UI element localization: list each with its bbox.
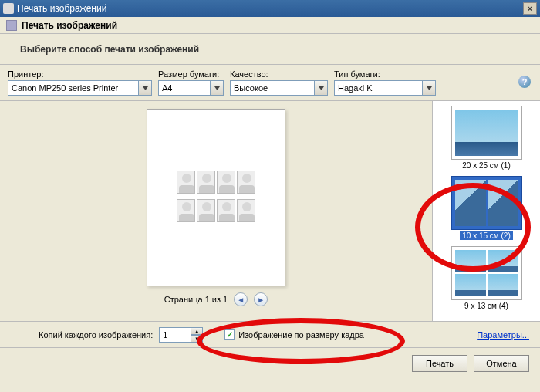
photo-thumb xyxy=(197,171,215,194)
layout-thumb xyxy=(455,110,518,156)
printer-label: Принтер: xyxy=(8,69,152,79)
dropdown-icon[interactable] xyxy=(211,80,224,96)
paper-type-label: Тип бумаги: xyxy=(334,69,436,79)
cancel-button[interactable]: Отмена xyxy=(474,355,529,372)
checkbox-label: Изображение по размеру кадра xyxy=(238,330,364,340)
bottom-row: Копий каждого изображения: ▲ ▼ ✓ Изображ… xyxy=(0,322,540,348)
print-button[interactable]: Печать xyxy=(412,355,467,372)
quality-value[interactable] xyxy=(230,80,315,96)
app-icon xyxy=(3,3,14,14)
layout-item-9x13[interactable]: 9 x 13 см (4) xyxy=(434,245,538,315)
dropdown-icon[interactable] xyxy=(423,80,436,96)
quality-select[interactable] xyxy=(230,80,328,96)
close-button[interactable]: × xyxy=(523,2,537,15)
title-text: Печать изображений xyxy=(17,3,106,14)
help-icon[interactable]: ? xyxy=(518,76,531,88)
layout-thumb xyxy=(455,250,518,296)
paper-type-select[interactable] xyxy=(334,80,436,96)
main-area: Страница 1 из 1 ◄ ► 20 x 25 см (1) 10 x … xyxy=(0,101,540,322)
paper-size-value[interactable] xyxy=(158,80,211,96)
preview-area: Страница 1 из 1 ◄ ► xyxy=(0,101,432,321)
quality-label: Качество: xyxy=(230,69,328,79)
paper-size-select[interactable] xyxy=(158,80,224,96)
layout-label: 10 x 15 см (2) xyxy=(460,231,512,240)
titlebar: Печать изображений × xyxy=(0,0,540,17)
photo-thumb xyxy=(217,199,235,222)
copies-input[interactable] xyxy=(159,327,191,343)
action-row: Печать Отмена xyxy=(0,348,540,379)
paper-type-value[interactable] xyxy=(334,80,423,96)
preview-sheet xyxy=(147,109,285,286)
pager: Страница 1 из 1 ◄ ► xyxy=(164,292,268,306)
layout-thumb xyxy=(455,180,518,226)
paper-size-label: Размер бумаги: xyxy=(158,69,224,79)
spinner-up[interactable]: ▲ xyxy=(191,327,203,335)
photo-thumb xyxy=(237,199,255,222)
layout-list[interactable]: 20 x 25 см (1) 10 x 15 см (2) 9 x 13 см … xyxy=(432,101,540,321)
pager-text: Страница 1 из 1 xyxy=(164,295,228,304)
printer-value[interactable] xyxy=(8,80,139,96)
next-page-button[interactable]: ► xyxy=(254,292,268,306)
photo-thumb xyxy=(217,171,235,194)
checkbox-box[interactable]: ✓ xyxy=(224,329,235,340)
layout-item-10x15[interactable]: 10 x 15 см (2) xyxy=(434,174,538,245)
wizard-title: Печать изображений xyxy=(22,20,117,31)
fit-frame-checkbox[interactable]: ✓ Изображение по размеру кадра xyxy=(224,329,364,340)
photo-thumb xyxy=(177,171,195,194)
copies-label: Копий каждого изображения: xyxy=(39,330,153,340)
copies-spinner[interactable]: ▲ ▼ xyxy=(159,327,203,343)
photo-thumb xyxy=(237,171,255,194)
parameters-link[interactable]: Параметры... xyxy=(477,330,529,340)
photo-thumb xyxy=(197,199,215,222)
wizard-header: Печать изображений xyxy=(0,17,540,34)
prev-page-button[interactable]: ◄ xyxy=(234,292,248,306)
print-options-row: Принтер: Размер бумаги: Качество: Тип бу… xyxy=(0,65,540,101)
layout-item-20x25[interactable]: 20 x 25 см (1) xyxy=(434,104,538,174)
layout-label: 20 x 25 см (1) xyxy=(434,161,538,170)
photo-grid xyxy=(177,171,255,225)
dropdown-icon[interactable] xyxy=(315,80,328,96)
dropdown-icon[interactable] xyxy=(139,80,152,96)
instruction-text: Выберите способ печати изображений xyxy=(0,34,540,65)
layout-label: 9 x 13 см (4) xyxy=(434,302,538,310)
spinner-down[interactable]: ▼ xyxy=(191,335,203,343)
photo-thumb xyxy=(177,199,195,222)
printer-select[interactable] xyxy=(8,80,152,96)
wizard-icon xyxy=(6,20,17,31)
